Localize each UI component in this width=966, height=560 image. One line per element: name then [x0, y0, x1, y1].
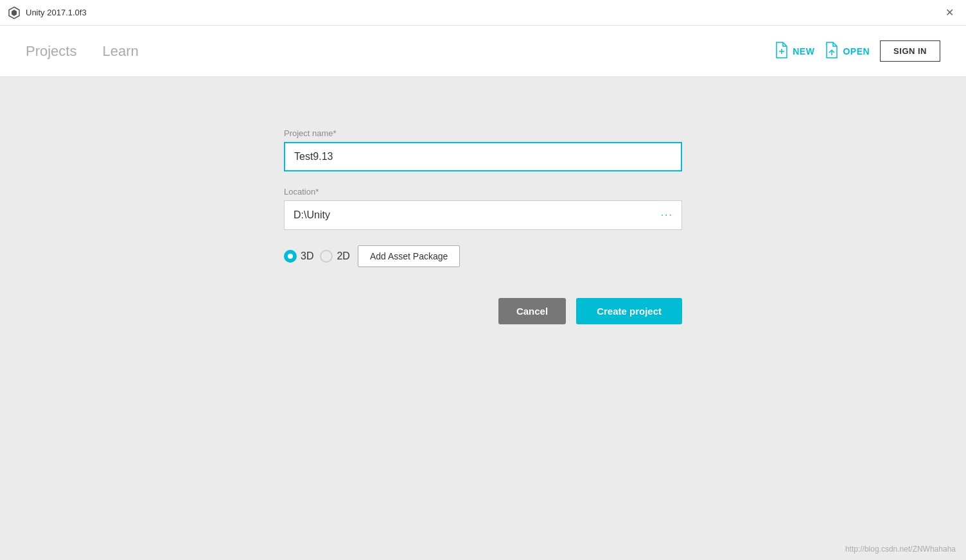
radio-2d[interactable] — [320, 250, 333, 263]
tab-learn[interactable]: Learn — [102, 38, 138, 65]
open-label: OPEN — [843, 46, 870, 57]
open-file-icon — [825, 41, 839, 61]
new-label: NEW — [793, 46, 814, 57]
main-content: Project name* Location* ··· 3D 2D — [0, 77, 966, 560]
add-asset-package-button[interactable]: Add Asset Package — [358, 245, 460, 267]
cancel-button[interactable]: Cancel — [498, 298, 566, 324]
project-name-group: Project name* — [284, 128, 682, 171]
unity-logo-icon — [8, 6, 21, 19]
nav-tabs: Projects Learn — [26, 38, 775, 65]
sign-in-button[interactable]: SIGN IN — [880, 40, 940, 62]
title-bar: Unity 2017.1.0f3 ✕ — [0, 0, 966, 26]
project-name-input[interactable] — [284, 142, 682, 171]
close-button[interactable]: ✕ — [940, 4, 958, 22]
radio-3d-label[interactable]: 3D — [284, 250, 313, 263]
open-project-button[interactable]: OPEN — [825, 41, 870, 61]
browse-button[interactable]: ··· — [661, 209, 673, 221]
window-title: Unity 2017.1.0f3 — [26, 8, 87, 17]
options-row: 3D 2D Add Asset Package — [284, 245, 682, 267]
dimension-radio-group: 3D 2D — [284, 250, 350, 263]
location-label: Location* — [284, 187, 682, 197]
radio-3d[interactable] — [284, 250, 297, 263]
location-group: Location* ··· — [284, 187, 682, 230]
create-project-button[interactable]: Create project — [576, 298, 682, 324]
new-file-icon — [775, 41, 789, 61]
watermark: http://blog.csdn.net/ZNWhahaha — [845, 545, 956, 554]
new-project-form: Project name* Location* ··· 3D 2D — [284, 116, 682, 337]
project-name-label: Project name* — [284, 128, 682, 138]
radio-2d-label[interactable]: 2D — [320, 250, 349, 263]
nav-bar: Projects Learn NEW — [0, 26, 966, 77]
radio-2d-text: 2D — [337, 250, 349, 262]
location-input[interactable] — [284, 200, 682, 230]
action-buttons-row: Cancel Create project — [284, 298, 682, 324]
tab-projects[interactable]: Projects — [26, 38, 76, 65]
radio-3d-text: 3D — [301, 250, 313, 262]
nav-actions: NEW OPEN SIGN IN — [775, 40, 940, 62]
location-wrapper: ··· — [284, 200, 682, 230]
svg-marker-1 — [12, 10, 17, 16]
new-project-button[interactable]: NEW — [775, 41, 814, 61]
